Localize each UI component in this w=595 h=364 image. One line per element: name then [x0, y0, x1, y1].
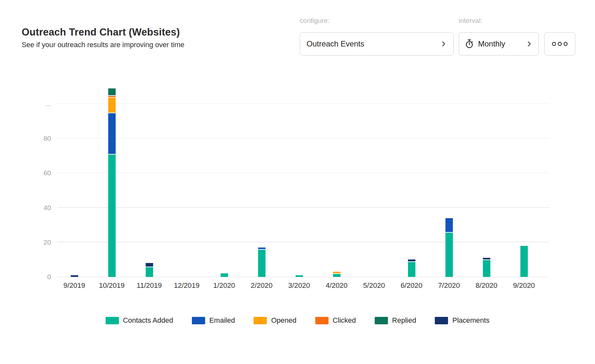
legend-item-emailed[interactable]: Emailed — [192, 316, 235, 325]
plot-area — [57, 104, 549, 277]
configure-dropdown[interactable]: Outreach Events — [300, 32, 454, 56]
gridline — [57, 242, 549, 242]
legend-label: Contacts Added — [123, 316, 173, 325]
y-tick-label: 40 — [23, 204, 51, 212]
bar-segment-contacts-added[interactable] — [146, 267, 153, 277]
bar-segment-contacts-added[interactable] — [520, 246, 528, 277]
x-axis-labels: 9/201910/201911/201912/20191/20202/20203… — [57, 281, 549, 291]
page-subtitle: See if your outreach results are improvi… — [22, 41, 184, 49]
legend-item-clicked[interactable]: Clicked — [315, 316, 356, 325]
interval-label: interval: — [459, 17, 483, 25]
legend-swatch-icon — [192, 317, 205, 324]
legend-item-placements[interactable]: Placements — [435, 316, 489, 325]
bar-segment-contacts-added[interactable] — [445, 232, 453, 277]
y-tick-label: 80 — [23, 134, 51, 143]
bar-segment-clicked[interactable] — [108, 95, 116, 97]
x-tick-label: 2/2020 — [243, 281, 280, 290]
gridline — [57, 173, 549, 173]
legend-label: Clicked — [333, 316, 356, 325]
x-tick-label: 1/2020 — [205, 281, 243, 290]
x-tick-label: 8/2020 — [468, 281, 505, 290]
y-tick-label: 0 — [23, 273, 51, 281]
x-tick-label: 3/2020 — [280, 281, 318, 290]
bar-segment-placements[interactable] — [71, 275, 78, 277]
gridline — [57, 138, 549, 139]
chevron-right-icon — [440, 40, 447, 47]
bar-segment-emailed[interactable] — [445, 218, 453, 232]
y-axis-labels: ...806040200 — [23, 104, 54, 277]
interval-dropdown-value: Monthly — [478, 39, 526, 48]
x-tick-label: 5/2020 — [355, 281, 393, 290]
bar-segment-contacts-added[interactable] — [483, 259, 490, 277]
bar-segment-emailed[interactable] — [258, 248, 266, 249]
bar-segment-contacts-added[interactable] — [221, 273, 228, 277]
bar-segment-opened[interactable] — [108, 97, 116, 113]
more-options-button[interactable] — [544, 32, 575, 56]
bar-segment-contacts-added[interactable] — [108, 154, 116, 277]
legend-swatch-icon — [375, 317, 388, 324]
legend-swatch-icon — [435, 317, 448, 324]
bar-segment-contacts-added[interactable] — [408, 261, 415, 277]
x-tick-label: 12/2019 — [168, 281, 205, 290]
x-tick-label: 10/2019 — [93, 281, 130, 290]
bar-segment-placements[interactable] — [408, 259, 415, 261]
legend-item-opened[interactable]: Opened — [254, 316, 296, 325]
x-tick-label: 7/2020 — [430, 281, 468, 290]
bar-segment-contacts-added[interactable] — [296, 275, 303, 277]
legend-item-contacts-added[interactable]: Contacts Added — [106, 316, 173, 325]
legend-label: Replied — [392, 316, 416, 325]
legend-label: Emailed — [209, 316, 235, 325]
title-block: Outreach Trend Chart (Websites) See if y… — [22, 26, 184, 49]
bar-segment-placements[interactable] — [483, 258, 490, 259]
y-tick-label: 20 — [23, 238, 51, 247]
x-tick-label: 9/2020 — [505, 281, 543, 290]
y-tick-label: ... — [23, 100, 51, 108]
x-tick-label: 4/2020 — [318, 281, 355, 290]
interval-dropdown[interactable]: Monthly — [459, 32, 539, 56]
bar-segment-contacts-added[interactable] — [333, 273, 340, 277]
bar-segment-contacts-added[interactable] — [258, 249, 266, 277]
configure-dropdown-value: Outreach Events — [307, 39, 440, 48]
y-tick-label: 60 — [23, 169, 51, 177]
configure-label: configure: — [300, 17, 329, 25]
stopwatch-icon — [465, 39, 474, 49]
legend-label: Opened — [271, 316, 296, 325]
bar-segment-emailed[interactable] — [108, 113, 116, 154]
chart-legend: Contacts AddedEmailedOpenedClickedReplie… — [0, 316, 595, 325]
legend-swatch-icon — [106, 317, 119, 324]
page-title: Outreach Trend Chart (Websites) — [22, 26, 184, 38]
legend-swatch-icon — [254, 317, 267, 324]
chevron-right-icon — [526, 40, 533, 47]
x-tick-label: 9/2019 — [56, 281, 93, 290]
bar-segment-opened[interactable] — [333, 272, 340, 273]
gridline — [57, 207, 549, 208]
gridline — [57, 104, 549, 104]
legend-item-replied[interactable]: Replied — [375, 316, 416, 325]
three-dots-icon — [551, 41, 568, 47]
bar-segment-placements[interactable] — [146, 263, 153, 267]
legend-swatch-icon — [315, 317, 329, 324]
legend-label: Placements — [452, 316, 489, 325]
bar-segment-replied[interactable] — [108, 88, 116, 95]
x-tick-label: 11/2019 — [130, 281, 168, 290]
x-tick-label: 6/2020 — [393, 281, 430, 290]
